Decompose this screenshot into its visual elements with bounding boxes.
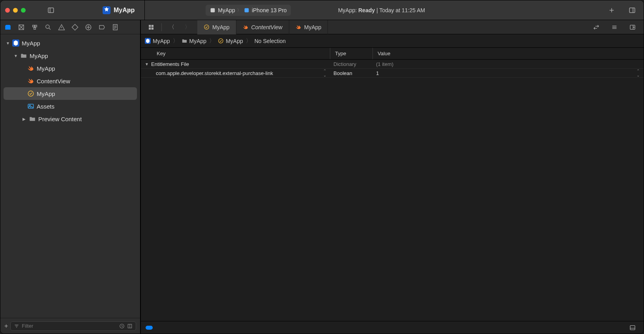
issue-navigator-tab[interactable] [58,24,65,31]
swift-file-icon [27,77,34,84]
svg-rect-12 [35,25,37,27]
window-controls [5,8,26,13]
navigator-sidebar: ▼ MyApp ▼ MyApp MyApp ContentView [0,20,141,334]
find-navigator-tab[interactable] [45,24,52,31]
breadcrumb-segment[interactable]: MyApp 〉 [218,38,252,45]
back-button[interactable]: 〈 [169,24,174,30]
plist-row[interactable]: ▼ Entitlements File Dictionary (1 item) [141,60,644,69]
forward-button[interactable]: 〉 [185,24,190,30]
source-control-navigator-tab[interactable] [18,24,25,31]
swift-file-icon [27,65,34,72]
zoom-window-button[interactable] [21,8,26,13]
svg-rect-35 [149,27,151,29]
value-stepper-icon[interactable]: ⌃⌄ [637,69,640,77]
svg-rect-36 [152,27,154,29]
assets-icon [27,103,34,110]
column-header-value[interactable]: Value [373,48,644,59]
editor-tab[interactable]: MyApp [197,20,236,34]
compare-icon[interactable] [593,24,599,30]
svg-rect-2 [211,8,215,12]
disclosure-triangle-icon[interactable]: ▼ [14,54,18,58]
project-navigator-tab[interactable] [4,24,11,31]
breakpoint-navigator-tab[interactable] [98,24,105,31]
add-button[interactable]: + [4,323,8,330]
scheme-destination-selector[interactable]: MyApp 〉 iPhone 13 Pro [206,5,290,16]
add-button[interactable] [608,7,615,14]
tree-item[interactable]: ContentView [0,75,140,87]
report-navigator-tab[interactable] [112,24,119,31]
entitlements-file-icon [204,24,210,30]
svg-rect-11 [33,25,35,27]
svg-point-45 [219,39,223,43]
plist-type[interactable]: Dictionary [330,61,373,67]
svg-rect-46 [630,325,635,330]
debug-navigator-tab[interactable] [85,24,92,31]
disclosure-triangle-icon[interactable]: ▼ [145,62,149,66]
tab-label: ContentView [251,24,283,30]
tab-label: MyApp [304,24,322,30]
editor-tab[interactable]: ContentView [236,20,289,34]
filter-input[interactable] [22,323,117,329]
debug-area-toggle-icon[interactable] [629,325,636,331]
swift-file-icon [296,24,301,30]
project-tree: ▼ MyApp ▼ MyApp MyApp ContentView [0,34,140,318]
plist-type[interactable]: Boolean [330,70,373,76]
minimize-window-button[interactable] [13,8,18,13]
close-window-button[interactable] [5,8,10,13]
svg-rect-6 [629,8,635,13]
run-button[interactable] [125,7,132,14]
plist-key: Entitlements File [151,61,189,67]
tree-item[interactable]: MyApp [0,62,140,75]
breadcrumb-segment[interactable]: MyApp 〉 [145,38,179,45]
plist-value[interactable]: 1 ⌃⌄ [373,69,644,77]
entitlements-file-icon [218,38,224,44]
project-icon [145,38,151,44]
scm-filter-icon[interactable] [127,323,133,329]
add-editor-icon[interactable] [629,24,636,30]
svg-rect-34 [152,25,154,27]
tree-item[interactable]: ▶ Preview Content [0,113,140,125]
plist-header-row: Key Type Value [141,48,644,60]
plist-key: com.apple.developer.storekit.external-pu… [156,70,273,76]
breakpoint-toggle[interactable] [146,326,153,330]
navigator-filter-bar: + [0,318,140,334]
destination-label: iPhone 13 Pro [252,7,287,13]
svg-rect-13 [34,27,36,29]
tree-label: MyApp [37,65,55,72]
adjust-editor-icon[interactable] [611,24,618,30]
svg-rect-33 [149,25,151,27]
tree-item[interactable]: Assets [0,100,140,113]
chevron-right-icon: 〉 [237,8,241,13]
sidebar-toggle-icon[interactable] [47,7,54,14]
editor-tab[interactable]: MyApp [289,20,328,34]
symbol-navigator-tab[interactable] [31,24,38,31]
tree-group[interactable]: ▼ MyApp [0,49,140,62]
test-navigator-tab[interactable] [71,24,79,31]
plist-row[interactable]: com.apple.developer.storekit.external-pu… [141,69,644,78]
recent-icon[interactable] [119,323,125,329]
library-button[interactable] [629,7,636,14]
tree-label: MyApp [37,90,55,97]
breadcrumb-tail[interactable]: No Selection [255,38,286,44]
column-header-type[interactable]: Type [330,48,373,59]
tree-label: MyApp [22,40,40,47]
disclosure-triangle-icon[interactable]: ▼ [6,41,10,45]
jump-bar[interactable]: MyApp 〉 MyApp 〉 MyApp 〉 No Selection [141,34,644,48]
tree-item-selected[interactable]: MyApp [4,87,137,100]
key-stepper-icon[interactable]: ⌃⌄ [323,69,326,77]
tree-label: Preview Content [38,116,82,122]
plist-value[interactable]: (1 item) [373,61,644,67]
debug-bar [141,321,644,334]
disclosure-triangle-icon[interactable]: ▶ [22,117,26,121]
related-items-icon[interactable] [148,24,154,30]
filter-field[interactable] [10,321,136,331]
column-header-key[interactable]: Key [141,48,330,59]
device-icon [243,7,250,13]
filter-icon [14,323,19,329]
tree-project-root[interactable]: ▼ MyApp [0,37,140,49]
editor-area: 〈 〉 MyApp ContentView MyApp [141,20,644,334]
svg-point-16 [46,25,49,28]
tree-label: Assets [37,103,54,110]
breadcrumb-segment[interactable]: MyApp 〉 [182,38,216,45]
svg-rect-0 [48,8,54,13]
